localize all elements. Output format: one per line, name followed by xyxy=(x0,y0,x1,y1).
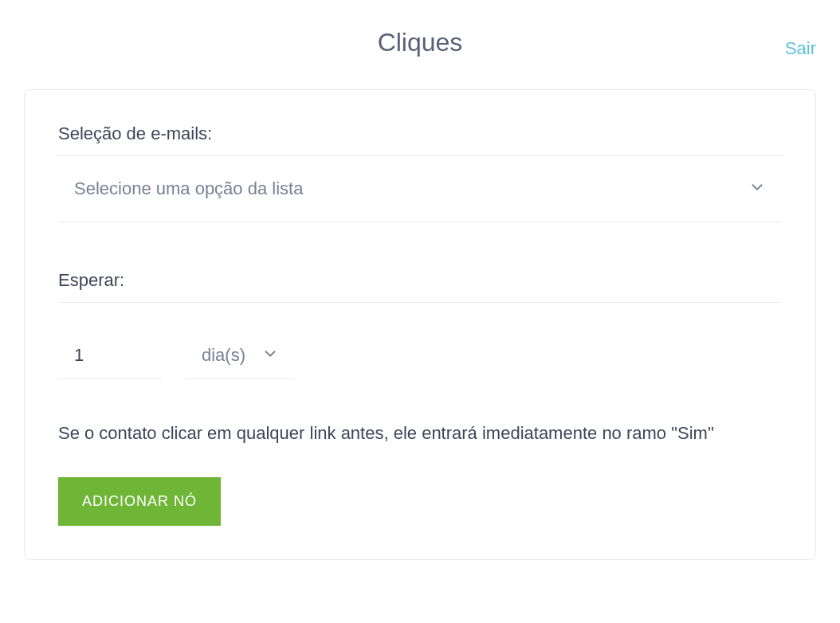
chevron-down-icon xyxy=(261,345,279,366)
wait-section: Esperar: dia(s) xyxy=(58,270,782,379)
form-card: Seleção de e-mails: Selecione uma opção … xyxy=(24,89,816,560)
wait-controls: dia(s) xyxy=(58,339,782,379)
wait-unit-text: dia(s) xyxy=(202,345,245,366)
dropdown-placeholder: Selecione uma opção da lista xyxy=(74,178,303,199)
email-selection-dropdown[interactable]: Selecione uma opção da lista xyxy=(58,156,782,222)
email-selection-section: Seleção de e-mails: Selecione uma opção … xyxy=(58,123,782,222)
chevron-down-icon xyxy=(748,178,766,199)
exit-link[interactable]: Sair xyxy=(785,38,816,59)
modal-header: Cliques Sair xyxy=(0,0,840,73)
email-selection-label: Seleção de e-mails: xyxy=(58,123,782,156)
page-title: Cliques xyxy=(24,28,816,57)
wait-value-input[interactable] xyxy=(58,339,162,379)
hint-text: Se o contato clicar em qualquer link ant… xyxy=(58,419,782,447)
wait-unit-select[interactable]: dia(s) xyxy=(186,339,295,379)
wait-label: Esperar: xyxy=(58,270,782,303)
add-node-button[interactable]: ADICIONAR NÓ xyxy=(58,477,221,526)
